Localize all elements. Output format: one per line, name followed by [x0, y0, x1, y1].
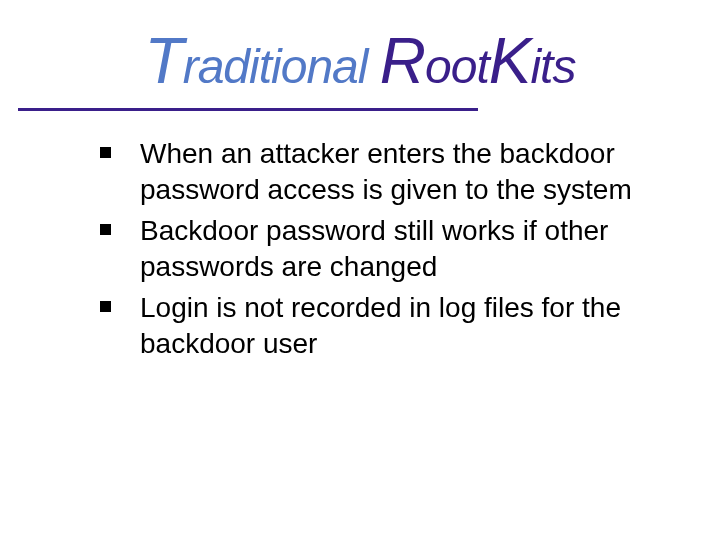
square-bullet-icon — [100, 301, 111, 312]
bullet-text: Login is not recorded in log files for t… — [140, 292, 621, 359]
title-underline — [18, 108, 478, 111]
title-word1-initial: T — [145, 25, 183, 97]
bullet-list: When an attacker enters the backdoor pas… — [100, 136, 660, 362]
list-item: Backdoor password still works if other p… — [100, 213, 660, 286]
title-word-1: Traditional — [145, 40, 368, 93]
slide-content: When an attacker enters the backdoor pas… — [100, 136, 660, 366]
list-item: Login is not recorded in log files for t… — [100, 290, 660, 363]
bullet-text: Backdoor password still works if other p… — [140, 215, 608, 282]
title-word1-rest: raditional — [183, 40, 368, 93]
title-word-2: RootKits — [380, 40, 576, 93]
title-word2-cap1: R — [380, 25, 425, 97]
slide-title: Traditional RootKits — [145, 24, 576, 98]
title-word2-mid: oot — [425, 40, 489, 93]
list-item: When an attacker enters the backdoor pas… — [100, 136, 660, 209]
slide-title-container: Traditional RootKits — [0, 24, 720, 98]
title-word2-cap2: K — [489, 25, 531, 97]
square-bullet-icon — [100, 224, 111, 235]
bullet-text: When an attacker enters the backdoor pas… — [140, 138, 632, 205]
title-word2-end: its — [530, 40, 575, 93]
square-bullet-icon — [100, 147, 111, 158]
